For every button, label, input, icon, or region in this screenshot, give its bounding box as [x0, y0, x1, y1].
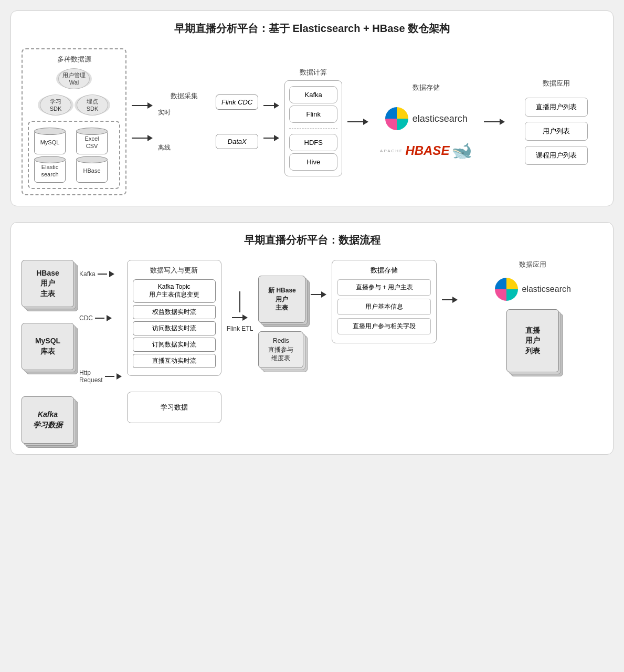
db-elastic: Elasticsearch — [34, 159, 66, 183]
diagram-2: 早期直播分析平台：数据流程 HBase用户主表 MySQL库表 — [10, 222, 614, 455]
arrow-realtime — [132, 102, 153, 109]
collect-label: 数据采集 — [158, 91, 210, 101]
kafka-front: Kafka学习数据 — [22, 396, 74, 444]
al8 — [95, 318, 104, 319]
sources-box: 多种数据源 用户管理Wal 学习SDK 埋点SDK — [22, 48, 126, 195]
arrow-to-d2-storage — [311, 291, 326, 298]
al10 — [311, 294, 321, 295]
stream-4: 直播互动实时流 — [133, 354, 216, 368]
diagram-2-title: 早期直播分析平台：数据流程 — [22, 233, 602, 247]
mysql-front: MySQL库表 — [22, 323, 74, 370]
ah3 — [274, 102, 279, 109]
ah8 — [107, 315, 112, 321]
study-data-box: 学习数据 — [127, 392, 221, 423]
d2-cdc-arrow: CDC — [79, 314, 112, 322]
hive-box: Hive — [289, 153, 337, 171]
arrows-to-collect — [132, 102, 153, 141]
arrow-rt-compute — [263, 102, 279, 109]
d2-es-text: elasticsearch — [522, 285, 571, 294]
db-row: MySQL ExcelCSV Elasticsearch HBase — [34, 130, 114, 183]
cdc-label: CDC — [79, 314, 93, 322]
es-logo: elasticsearch — [385, 107, 468, 130]
al7 — [98, 274, 107, 275]
flink-ah — [242, 314, 248, 321]
ah5 — [363, 119, 368, 125]
kafka-stacked: Kafka学习数据 — [22, 396, 74, 444]
al11 — [442, 299, 452, 300]
d2-es-circle — [495, 278, 518, 301]
al5 — [347, 121, 363, 122]
live-user-main: 直播参与 + 用户主表 — [337, 279, 431, 296]
new-hbase-stacked: 新 HBase用户主表 — [258, 276, 305, 323]
d2-storage-section: 数据存储 直播参与 + 用户主表 用户基本信息 直播用户参与相关字段 — [332, 260, 437, 343]
cloud-sdk1: 学习SDK — [40, 94, 71, 116]
arrow-to-storage — [347, 119, 368, 125]
d2-new-hbase-redis: 新 HBase用户主表 Redis直播参与维度表 — [258, 276, 305, 373]
apache-text: APACHE — [380, 149, 403, 153]
nhb-front: 新 HBase用户主表 — [258, 276, 305, 323]
diagram-1: 早期直播分析平台：基于 Elasticsearch + HBase 数仓架构 多… — [10, 10, 614, 206]
bs-front: 直播用户列表 — [506, 309, 559, 372]
datax-box: DataX — [216, 134, 258, 149]
study-data-container: 学习数据 — [127, 392, 221, 423]
collect-offline: 离线 — [158, 143, 210, 152]
kafka-label: Kafka — [79, 270, 96, 278]
diagram-1-content: 多种数据源 用户管理Wal 学习SDK 埋点SDK — [22, 48, 602, 195]
compute-inner: Kafka Flink HDFS Hive — [284, 80, 342, 176]
arrowhead-1 — [147, 102, 153, 109]
write-box: 数据写入与更新 Kafka Topic用户主表信息变更 权益数据实时流 访问数据… — [127, 260, 221, 376]
arrow-line-1 — [132, 105, 147, 106]
study-data-label: 学习数据 — [133, 397, 216, 417]
d2-source-arrows: Kafka CDC Http Request — [79, 270, 122, 384]
compute-label: 数据计算 — [284, 68, 342, 77]
hbase-red-text: HBASE — [405, 143, 449, 158]
ah10 — [321, 291, 326, 298]
cloud-item-wal: 用户管理Wal — [58, 68, 90, 89]
sources-section: 多种数据源 用户管理Wal 学习SDK 埋点SDK — [22, 48, 126, 195]
d2-kafka-arrow: Kafka — [79, 270, 114, 278]
apps-label: 数据应用 — [543, 79, 570, 88]
hbase-front: HBase用户主表 — [22, 260, 74, 307]
hbase-logo: APACHE HBASE 🐋 — [380, 141, 472, 161]
cloud-sdk2: 埋点SDK — [77, 94, 108, 116]
arrow-off-compute — [263, 135, 279, 141]
al9 — [105, 376, 114, 377]
arrow-to-apps — [484, 119, 505, 125]
es-text: elasticsearch — [413, 113, 468, 124]
compute-offline: HDFS Hive — [289, 134, 337, 171]
hbase-stacked: HBase用户主表 — [22, 260, 74, 307]
whale-icon: 🐋 — [451, 141, 472, 161]
arrow-to-d2-apps — [442, 297, 458, 303]
hdfs-box: HDFS — [289, 134, 337, 151]
ah4 — [274, 135, 279, 141]
flink-etl-section: Flink ETL — [227, 291, 253, 332]
compute-section: 数据计算 Kafka Flink HDFS Hive — [284, 68, 342, 176]
mysql-stacked: MySQL库表 — [22, 323, 74, 370]
stream-2: 访问数据实时流 — [133, 321, 216, 335]
cloud-row-top: 用户管理Wal — [28, 68, 120, 89]
flink-al — [232, 317, 242, 318]
d2-apps-label: 数据应用 — [519, 260, 546, 269]
app-2: 用户列表 — [525, 122, 588, 141]
d2-http-arrow: Http Request — [79, 369, 122, 384]
d2-apps-section: 数据应用 elasticsearch 直播用户列表 — [463, 260, 602, 372]
d2-hbase-row: HBase用户主表 — [22, 260, 74, 307]
arrow-offline — [132, 135, 153, 141]
flink-box: Flink — [289, 106, 337, 123]
app-3: 课程用户列表 — [525, 146, 588, 165]
flink-etl-label: Flink ETL — [227, 325, 253, 332]
http-label: Http Request — [79, 369, 103, 384]
arrowhead-2 — [147, 135, 153, 141]
ah11 — [452, 297, 458, 303]
topic-box: Kafka Topic用户主表信息变更 — [133, 279, 216, 303]
cloud-item-sdk2: 埋点SDK — [77, 94, 108, 116]
ah9 — [117, 373, 122, 380]
storage-label-d2: 数据存储 — [337, 266, 431, 275]
flink-cdc-box: Flink CDC — [216, 94, 258, 110]
storage-box: 数据存储 直播参与 + 用户主表 用户基本信息 直播用户参与相关字段 — [332, 260, 437, 343]
arrow-line-2 — [132, 138, 147, 139]
arrows-to-compute — [263, 102, 279, 141]
flink-arrow-row — [232, 314, 248, 321]
write-label: 数据写入与更新 — [133, 266, 216, 275]
al6 — [484, 121, 500, 122]
